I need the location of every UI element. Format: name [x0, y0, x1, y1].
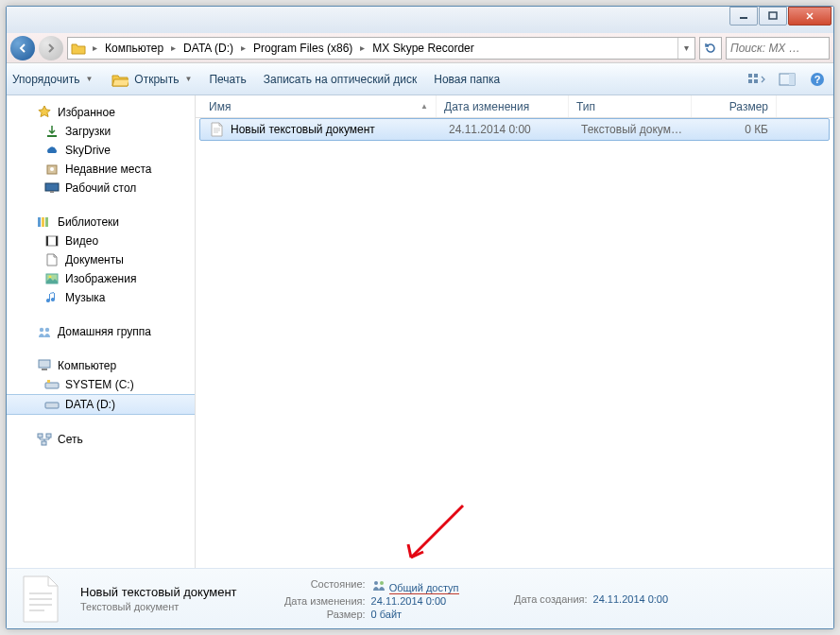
svg-rect-17 [38, 217, 41, 227]
details-state-value[interactable]: Общий доступ [389, 582, 459, 594]
text-file-icon [210, 122, 225, 137]
drive-icon [44, 377, 60, 392]
svg-rect-4 [748, 74, 752, 77]
new-folder-label: Новая папка [434, 73, 500, 86]
navigation-pane: Избранное Загрузки SkyDrive Недавние мес… [7, 95, 196, 568]
sidebar-item-videos[interactable]: Видео [7, 232, 195, 250]
sidebar-item-recent[interactable]: Недавние места [7, 160, 195, 179]
sidebar-item-drive-d[interactable]: DATA (D:) [7, 394, 195, 415]
help-button[interactable]: ? [807, 71, 828, 88]
svg-text:?: ? [814, 74, 821, 85]
svg-point-14 [50, 167, 54, 171]
drive-icon [44, 397, 60, 412]
svg-rect-22 [56, 236, 58, 246]
breadcrumb-segment[interactable]: MX Skype Recorder [367, 38, 479, 59]
svg-rect-6 [748, 79, 752, 83]
burn-button[interactable]: Записать на оптический диск [264, 73, 418, 86]
minimize-button[interactable] [729, 7, 758, 26]
svg-rect-27 [39, 360, 50, 368]
homegroup-label: Домашняя группа [58, 325, 151, 338]
column-headers: Имя▲ Дата изменения Тип Размер [196, 95, 833, 118]
svg-rect-34 [42, 441, 46, 445]
forward-button[interactable] [39, 36, 63, 60]
svg-rect-19 [45, 217, 48, 227]
print-label: Печать [209, 73, 246, 86]
details-subtitle: Текстовый документ [80, 601, 237, 612]
svg-rect-32 [38, 434, 43, 438]
details-modified-value: 24.11.2014 0:00 [371, 595, 447, 607]
file-row[interactable]: Новый текстовый документ 24.11.2014 0:00… [199, 118, 830, 141]
details-title: Новый текстовый документ [80, 585, 237, 599]
svg-rect-29 [45, 383, 59, 388]
address-dropdown-icon[interactable]: ▾ [677, 38, 694, 59]
column-header-type[interactable]: Тип [569, 95, 692, 117]
maximize-button[interactable] [759, 7, 787, 26]
open-button[interactable]: Открыть▼ [110, 71, 192, 88]
breadcrumb-segment[interactable]: Компьютер [99, 38, 169, 59]
video-icon [44, 233, 60, 249]
star-icon [37, 105, 52, 120]
computer-group[interactable]: Компьютер [7, 356, 195, 375]
sidebar-item-label: SkyDrive [65, 144, 111, 157]
close-button[interactable] [788, 7, 831, 26]
sidebar-item-pictures[interactable]: Изображения [7, 269, 195, 288]
refresh-button[interactable] [699, 37, 722, 60]
svg-rect-28 [42, 369, 47, 370]
organize-label: Упорядочить [12, 73, 79, 86]
libraries-group[interactable]: Библиотеки [7, 213, 195, 232]
network-item[interactable]: Сеть [7, 430, 195, 449]
network-icon [37, 432, 52, 447]
address-bar[interactable]: ▸ Компьютер ▸ DATA (D:) ▸ Program Files … [67, 37, 695, 60]
print-button[interactable]: Печать [209, 73, 246, 86]
details-pane: Новый текстовый документ Текстовый докум… [7, 568, 833, 628]
breadcrumb-separator-icon: ▸ [169, 43, 178, 53]
sidebar-item-desktop[interactable]: Рабочий стол [7, 179, 195, 197]
music-icon [44, 290, 60, 305]
preview-pane-button[interactable] [777, 71, 797, 88]
details-size-label: Размер: [262, 609, 366, 620]
column-header-name[interactable]: Имя▲ [196, 95, 437, 117]
sidebar-item-drive-c[interactable]: SYSTEM (C:) [7, 375, 195, 394]
file-list[interactable]: Новый текстовый документ 24.11.2014 0:00… [196, 118, 833, 568]
folder-icon [70, 40, 87, 57]
navigation-bar: ▸ Компьютер ▸ DATA (D:) ▸ Program Files … [7, 33, 833, 63]
sidebar-item-downloads[interactable]: Загрузки [7, 122, 195, 141]
open-icon [110, 71, 130, 88]
sidebar-item-skydrive[interactable]: SkyDrive [7, 141, 195, 160]
sidebar-item-label: Недавние места [65, 163, 151, 176]
homegroup-item[interactable]: Домашняя группа [7, 322, 195, 341]
computer-label: Компьютер [58, 359, 116, 372]
column-header-size[interactable]: Размер [692, 95, 777, 117]
breadcrumb-segment[interactable]: Program Files (x86) [248, 38, 358, 59]
details-modified-label: Дата изменения: [262, 595, 366, 607]
sidebar-item-label: DATA (D:) [65, 398, 115, 411]
svg-rect-12 [47, 135, 57, 137]
view-options-button[interactable] [746, 71, 767, 88]
file-type: Текстовый докум… [574, 123, 696, 136]
svg-rect-5 [754, 74, 758, 77]
favorites-group[interactable]: Избранное [7, 103, 195, 122]
search-input[interactable] [726, 37, 830, 60]
back-button[interactable] [10, 36, 35, 60]
svg-rect-31 [45, 403, 59, 408]
svg-point-43 [380, 581, 384, 585]
breadcrumb-segment[interactable]: DATA (D:) [178, 38, 239, 59]
sidebar-item-label: Музыка [65, 291, 105, 304]
shared-icon [371, 578, 386, 593]
sidebar-item-music[interactable]: Музыка [7, 288, 195, 307]
file-size: 0 КБ [696, 123, 776, 136]
libraries-label: Библиотеки [58, 215, 119, 229]
svg-rect-30 [47, 380, 50, 383]
computer-icon [37, 358, 52, 373]
organize-menu[interactable]: Упорядочить▼ [12, 73, 93, 86]
svg-point-25 [40, 328, 43, 332]
homegroup-icon [37, 324, 52, 339]
file-date: 24.11.2014 0:00 [441, 123, 574, 136]
svg-rect-16 [50, 191, 54, 193]
column-header-date[interactable]: Дата изменения [437, 95, 569, 117]
file-thumbnail [16, 575, 65, 624]
sidebar-item-label: Рабочий стол [65, 181, 136, 195]
new-folder-button[interactable]: Новая папка [434, 73, 500, 86]
svg-rect-21 [46, 236, 48, 246]
sidebar-item-documents[interactable]: Документы [7, 250, 195, 269]
